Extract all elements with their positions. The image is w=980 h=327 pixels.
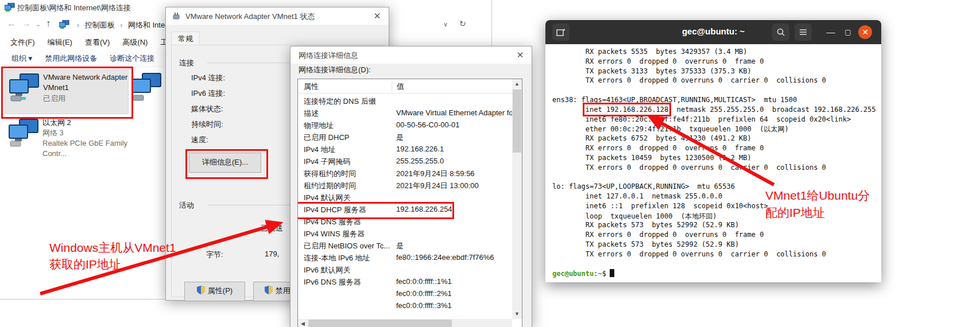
annotation-box-inet-ip: inet 192.168.226.128 [586,106,669,114]
details-value: 是 [396,241,512,251]
terminal-line: ether 00:0c:29:4f:21:1b txqueuelen 1000 … [552,124,881,134]
adapter-name: 以太网 2 [42,118,127,128]
details-property: 连接特定的 DNS 后缀 [304,96,376,107]
network-adapter-icon [8,119,39,147]
details-row[interactable]: 获得租约的时间2021年9月24日 8:59:56 [298,168,512,180]
dialog-title: VMware Network Adapter VMnet1 状态 [185,11,315,22]
terminal-line: TX packets 10459 bytes 1230500 (1.2 MB) [552,154,881,164]
details-row[interactable]: 物理地址00-50-56-C0-00-01 [298,119,512,131]
details-property: IPv4 DHCP 服务器 [304,205,366,215]
adapter-item-ethernet2[interactable]: 以太网 2 网络 3 Realtek PCIe GbE Family Contr… [5,116,127,160]
details-property: 已启用 DHCP [304,133,349,143]
tab-general[interactable]: 常规 [171,32,200,46]
details-row[interactable]: 连接-本地 IPv6 地址fe80::1966:24ee:ebdf:7f76%6 [298,252,512,264]
details-property: 物理地址 [304,120,334,131]
details-row[interactable]: fec0:0:0:ffff::3%1 [298,300,512,312]
back-icon[interactable]: ← [7,18,16,29]
terminal-line: RX packets 6752 bytes 491230 (491.2 KB) [552,134,881,144]
details-row[interactable]: 连接特定的 DNS 后缀 [298,95,512,107]
toolbar-item[interactable]: 诊断这个连接 [109,50,156,67]
details-row[interactable]: IPv6 DNS 服务器fec0:0:0:ffff::1%1 [298,276,512,288]
row-ipv6-connectivity: IPv6 连接: [191,88,225,99]
terminal-line: RX errors 0 dropped 0 overruns 0 frame 0 [552,231,881,240]
details-row[interactable]: IPv4 DNS 服务器 [298,216,512,228]
annotation-box-adapter [1,67,133,119]
scrollbar-thumb[interactable] [308,320,452,327]
close-icon[interactable]: ✕ [513,49,527,61]
scroll-left-icon[interactable]: ◀ [298,319,308,327]
annotation-line: Windows主机从VMnet1 [49,239,176,256]
address-dropdown-icon[interactable]: ∨ [443,21,448,28]
history-chevron-icon[interactable]: ⌄ [36,21,41,28]
terminal-line: RX errors 0 dropped 0 overruns 0 frame 0 [552,144,881,154]
properties-button[interactable]: 属性(P) [184,282,245,301]
details-property: 已启用 NetBIOS over Tc... [304,241,390,251]
vertical-scrollbar[interactable]: ▲ ▼ [512,79,522,319]
close-icon[interactable]: ✕ [370,10,384,22]
details-value: 2021年9月24日 13:00:00 [396,181,512,191]
row-media-state: 媒体状态: [191,104,223,114]
annotation-line: VMnet1给Ubuntu分 [765,187,870,204]
scroll-up-icon[interactable]: ▲ [512,79,522,89]
horizontal-scrollbar[interactable]: ◀ [298,319,512,327]
close-icon: ✕ [862,28,869,37]
breadcrumb-control-panel[interactable]: 控制面板 [85,21,115,29]
details-row[interactable]: IPv4 子网掩码255.255.255.0 [298,155,512,168]
terminal-line: inet 192.168.226.128 netmask 255.255.255… [552,106,881,115]
details-property: IPv4 DNS 服务器 [304,217,361,227]
details-value: fe80::1966:24ee:ebdf:7f76%6 [396,253,512,262]
details-row[interactable]: fec0:0:0:ffff::2%1 [298,288,512,300]
toolbar-item[interactable]: 组织 ▾ [10,50,33,67]
uac-shield-icon [197,286,205,294]
terminal-line: TX packets 573 bytes 52992 (52.9 KB) [552,240,881,250]
details-property: 描述 [304,108,319,119]
details-row[interactable]: IPv6 默认网关 [298,264,512,276]
maximize-button[interactable]: ▢ [839,24,857,41]
details-rows: 连接特定的 DNS 后缀描述VMware Virtual Ethernet Ad… [298,95,512,319]
details-value: fec0:0:0:ffff::2%1 [396,289,512,298]
details-property: 获得租约的时间 [304,169,356,179]
toolbar-item[interactable]: 禁用此网络设备 [44,50,98,67]
search-button[interactable] [772,24,789,41]
close-button[interactable]: ✕ [858,25,872,39]
details-row[interactable]: 已启用 NetBIOS over Tc...是 [298,240,512,252]
scroll-down-icon[interactable]: ▼ [512,309,522,319]
details-value: 255.255.255.0 [396,157,512,165]
annotation-line: 获取的IP地址 [49,256,176,272]
menu-item[interactable]: 文件(F) [8,34,37,50]
section-activity-label: 活动 [179,200,194,211]
terminal-line [552,173,881,182]
terminal-line: TX packets 3133 bytes 375333 (375.3 KB) [552,67,881,77]
details-row[interactable]: 已启用 DHCP是 [298,131,512,143]
menu-item[interactable]: 编辑(E) [45,34,75,50]
terminal-body[interactable]: RX packets 5535 bytes 3429357 (3.4 MB) R… [545,44,881,282]
properties-button-label: 属性(P) [208,286,233,295]
adapter-device: Realtek PCIe GbE Family Contr... [42,138,134,159]
network-connections-icon [5,3,15,12]
address-location-icon [59,20,69,29]
bytes-label: 字节: [206,250,223,260]
menu-item[interactable]: 查看(V) [83,34,112,50]
details-row[interactable]: IPv4 地址192.168.226.1 [298,143,512,155]
details-row[interactable]: 租约过期的时间2021年9月24日 13:00:00 [298,180,512,192]
menu-button[interactable] [795,24,812,41]
up-icon[interactable]: ↑ [46,18,51,29]
forward-icon[interactable]: → [22,18,31,29]
prompt-path: ~ [598,270,602,278]
details-value: 192.168.226.1 [396,145,512,153]
menu-item[interactable]: 高级(N) [120,34,150,50]
details-row[interactable]: 描述VMware Virtual Ethernet Adapter for [298,107,512,119]
terminal-line: RX packets 5535 bytes 3429357 (3.4 MB) [552,48,881,57]
details-row[interactable]: IPv4 DHCP 服务器192.168.226.254 [298,204,512,216]
details-row[interactable]: IPv4 WINS 服务器 [298,228,512,240]
minimize-button[interactable]: — [822,24,839,41]
details-value: fec0:0:0:ffff::3%1 [396,301,512,310]
breadcrumb-chevron-icon: › [120,21,122,29]
network-adapter-icon [131,73,162,102]
details-list-label: 网络连接详细信息(D): [299,65,371,75]
annotation-text-right: VMnet1给Ubuntu分 配的IP地址 [765,187,870,221]
details-dialog-titlebar: 网络连接详细信息 ✕ [290,46,532,64]
details-value: 2021年9月24日 8:59:56 [396,169,512,179]
refresh-icon[interactable]: ↻ [459,19,466,28]
scrollbar-thumb[interactable] [513,89,521,153]
